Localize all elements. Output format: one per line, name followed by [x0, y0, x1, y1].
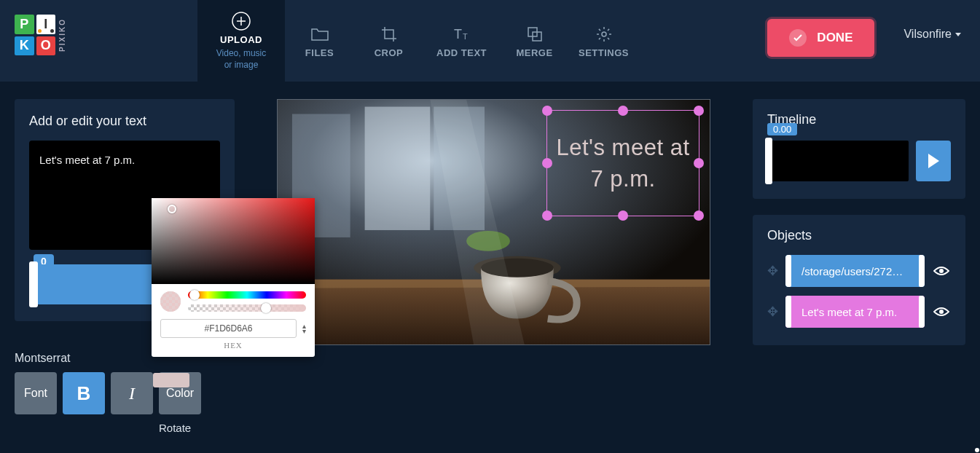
font-button[interactable]: Font	[15, 372, 57, 414]
svg-rect-7	[365, 107, 431, 230]
resize-handle[interactable]	[618, 106, 628, 116]
play-icon	[928, 154, 939, 168]
object-chip[interactable]: Let's meet at 7 p.m.	[785, 296, 925, 328]
hex-label: HEX	[152, 341, 315, 350]
objects-card: Objects ✥ /storage/users/272… ✥ Let's m	[753, 215, 965, 345]
color-preview-circle	[160, 291, 181, 312]
text-icon: TT	[452, 24, 471, 44]
trim-handle[interactable]	[919, 255, 925, 287]
hue-slider[interactable]	[188, 291, 306, 299]
visibility-toggle[interactable]	[932, 306, 951, 318]
play-button[interactable]	[916, 141, 951, 181]
object-chip[interactable]: /storage/users/272…	[785, 255, 925, 287]
timeline-track[interactable]	[767, 141, 909, 181]
svg-point-16	[939, 269, 944, 273]
add-text-tool[interactable]: TT ADD TEXT	[423, 0, 500, 82]
crop-tool[interactable]: CROP	[354, 0, 423, 82]
svg-point-17	[939, 310, 944, 314]
objects-title: Objects	[767, 228, 951, 243]
trim-handle[interactable]	[919, 296, 925, 328]
hue-thumb[interactable]	[189, 290, 200, 300]
upload-label: UPLOAD	[220, 34, 262, 45]
format-toggle[interactable]: ▴▾	[302, 323, 306, 334]
resize-handle[interactable]	[694, 210, 704, 221]
folder-icon	[310, 24, 329, 44]
bold-button[interactable]: B	[63, 372, 105, 414]
resize-handle[interactable]	[694, 158, 704, 168]
drag-handle-icon[interactable]: ✥	[767, 304, 778, 320]
current-color-swatch	[153, 373, 189, 387]
slider-handle[interactable]	[29, 261, 38, 307]
italic-button[interactable]: I	[111, 372, 153, 414]
timeline-playhead[interactable]	[765, 138, 772, 184]
text-editor-title: Add or edit your text	[29, 114, 220, 129]
saturation-area[interactable]	[152, 198, 315, 284]
user-name: Vilsonfire	[903, 28, 952, 41]
gear-icon	[595, 24, 613, 44]
upload-tool[interactable]: UPLOAD Video, music or image	[197, 0, 285, 82]
files-tool[interactable]: FILES	[285, 0, 354, 82]
saturation-cursor[interactable]	[168, 205, 176, 213]
chevron-down-icon	[955, 33, 961, 36]
hex-input[interactable]	[160, 319, 297, 338]
svg-text:T: T	[454, 27, 462, 42]
object-label: Let's meet at 7 p.m.	[801, 306, 897, 318]
app-logo[interactable]: P I K O PIXIKO	[15, 15, 66, 55]
merge-icon	[526, 24, 544, 44]
resize-handle[interactable]	[542, 106, 552, 116]
alpha-thumb[interactable]	[261, 303, 271, 313]
plus-circle-icon	[231, 11, 251, 31]
object-label: /storage/users/272…	[801, 265, 903, 277]
alpha-slider[interactable]	[188, 304, 306, 312]
visibility-toggle[interactable]	[932, 265, 951, 277]
text-overlay[interactable]: Let's meet at 7 p.m.	[546, 110, 699, 216]
check-icon	[789, 29, 807, 47]
resize-handle[interactable]	[542, 210, 552, 221]
svg-text:T: T	[463, 32, 468, 41]
merge-tool[interactable]: MERGE	[500, 0, 569, 82]
trim-handle[interactable]	[785, 255, 791, 287]
resize-handle[interactable]	[618, 210, 628, 221]
trim-handle[interactable]	[785, 296, 791, 328]
object-row: ✥ Let's meet at 7 p.m.	[767, 296, 951, 328]
done-button[interactable]: DONE	[767, 19, 874, 57]
canvas-text-content: Let's meet at 7 p.m.	[547, 132, 699, 195]
object-row: ✥ /storage/users/272…	[767, 255, 951, 287]
top-toolbar: P I K O PIXIKO UPLOAD Video, music or im…	[0, 0, 980, 82]
svg-point-5	[602, 32, 606, 36]
timeline-position-badge: 0.00	[767, 123, 797, 135]
canvas[interactable]: Let's meet at 7 p.m.	[277, 99, 710, 345]
settings-tool[interactable]: SETTINGS	[569, 0, 638, 82]
resize-handle[interactable]	[694, 106, 704, 116]
resize-handle[interactable]	[542, 158, 552, 168]
upload-subtitle: Video, music or image	[216, 48, 266, 71]
done-label: DONE	[817, 31, 852, 45]
rotate-label: Rotate	[159, 422, 235, 434]
user-menu[interactable]: Vilsonfire	[903, 28, 961, 41]
drag-handle-icon[interactable]: ✥	[767, 263, 778, 279]
color-picker-popover: ▴▾ HEX	[152, 198, 315, 357]
crop-icon	[380, 24, 398, 44]
timeline-card: Timeline 0.00	[753, 99, 965, 199]
